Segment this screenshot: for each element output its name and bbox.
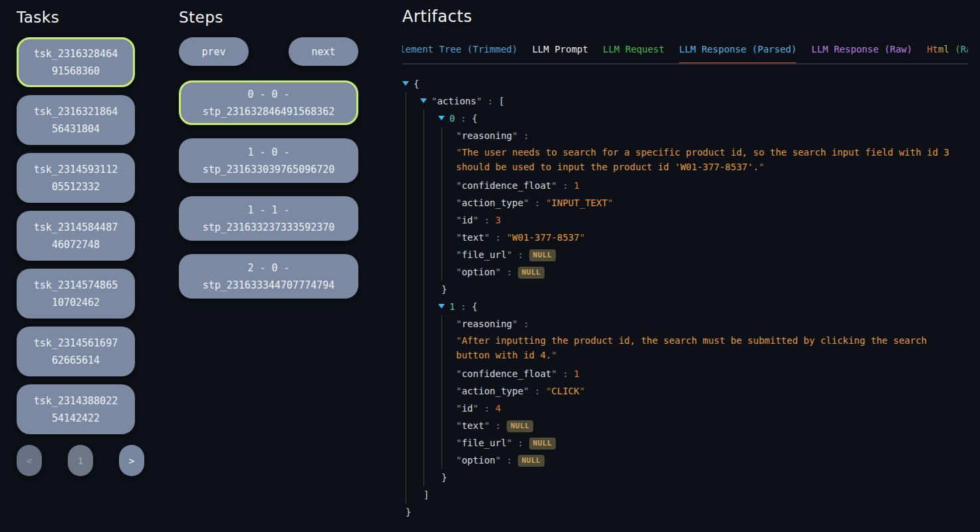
step-list: 0 - 0 - stp_2316328464915683621 - 0 - st…: [179, 80, 358, 299]
token-colon: :: [557, 180, 574, 191]
open-bracket: {: [472, 113, 477, 124]
token-colon: :: [490, 420, 507, 431]
string-block: "After inputting the product id, the sea…: [456, 333, 949, 362]
token-qs: ": [579, 232, 584, 243]
tasks-title: Tasks: [17, 9, 135, 26]
token-colon: :: [479, 403, 495, 414]
null-badge: NULL: [529, 438, 556, 450]
collapse-triangle-icon[interactable]: [438, 116, 445, 120]
next-step-button[interactable]: next: [289, 37, 358, 66]
token-colon: :: [518, 319, 529, 329]
tab-html-raw[interactable]: Html (Raw): [927, 44, 968, 63]
close-bracket: }: [441, 472, 447, 483]
token-q: ": [484, 232, 489, 243]
token-colon: :: [455, 113, 471, 124]
json-key: action_type: [461, 386, 523, 396]
token-colon: :: [557, 368, 574, 379]
steps-title: Steps: [179, 9, 358, 26]
token-q: ": [551, 368, 556, 379]
tree-leaf-row: "file_url" : NULL: [456, 246, 968, 263]
tree-children: "reasoning" : "The user needs to search …: [441, 127, 968, 281]
step-button-1[interactable]: 1 - 0 - stp_231633039765096720: [179, 138, 358, 183]
token-colon: :: [490, 232, 507, 243]
artifacts-panel: Artifacts Element Tree (Trimmed)LLM Prom…: [402, 7, 968, 521]
artifacts-title: Artifacts: [402, 7, 968, 26]
tree-leaf-row: "option" : NULL: [456, 452, 968, 469]
json-key: id: [461, 215, 473, 225]
task-button-5[interactable]: tsk_231456169762665614: [17, 327, 135, 376]
null-badge: NULL: [518, 267, 545, 279]
collapse-triangle-icon[interactable]: [402, 81, 409, 86]
string-value: CLICK: [551, 386, 579, 396]
token-colon: :: [518, 130, 529, 141]
open-bracket: {: [472, 301, 477, 312]
step-button-3[interactable]: 2 - 0 - stp_231633344707774794: [179, 254, 358, 299]
pagination-prev-button[interactable]: <: [17, 445, 42, 476]
null-badge: NULL: [518, 455, 545, 467]
number-value: 1: [574, 368, 579, 379]
tree-leaf-row: "action_type" : "INPUT_TEXT": [456, 194, 968, 211]
task-button-6[interactable]: tsk_231438802254142422: [17, 384, 135, 434]
tree-leaf-row: "option" : NULL: [456, 263, 968, 281]
json-tree-viewer: {"actions" : [0 : {"reasoning" : "The us…: [402, 75, 968, 521]
json-key: actions: [437, 96, 476, 106]
tree-leaf-row: "file_url" : NULL: [456, 434, 968, 452]
task-button-1[interactable]: tsk_231632186456431804: [17, 95, 135, 145]
pagination-next-button[interactable]: >: [119, 445, 144, 476]
string-value: INPUT_TEXT: [551, 198, 607, 208]
tab-llm-prompt[interactable]: LLM Prompt: [532, 44, 588, 63]
tree-leaf-row: "text" : NULL: [456, 417, 968, 434]
null-badge: NULL: [529, 249, 556, 261]
tree-leaf-row: "reasoning" :: [456, 315, 968, 332]
string-block: "The user needs to search for a specific…: [456, 145, 949, 174]
json-key: option: [461, 455, 495, 466]
tree-leaf-row: "confidence_float" : 1: [456, 365, 968, 382]
tab-llm-request[interactable]: LLM Request: [603, 44, 665, 63]
tab-llm-response-parsed[interactable]: LLM Response (Parsed): [679, 44, 796, 63]
open-bracket: [: [499, 96, 504, 106]
close-bracket: }: [441, 284, 447, 295]
task-button-4[interactable]: tsk_231457486510702462: [17, 269, 135, 319]
token-colon: :: [479, 215, 495, 225]
token-q: ": [473, 215, 478, 225]
close-bracket: }: [406, 507, 411, 517]
collapse-triangle-icon[interactable]: [420, 98, 427, 103]
string-value: W01-377-8537: [512, 232, 579, 243]
tree-node-row: {: [402, 75, 968, 92]
tree-node-row: 0 : {: [438, 110, 968, 127]
tree-leaf-row: "id" : 4: [456, 400, 968, 417]
token-q: ": [551, 180, 556, 191]
step-button-2[interactable]: 1 - 1 - stp_231633237333592370: [179, 196, 358, 241]
task-button-3[interactable]: tsk_231458448746072748: [17, 211, 135, 261]
json-key: confidence_float: [461, 368, 551, 379]
token-colon: :: [512, 438, 529, 448]
tree-close-row: ]: [424, 486, 968, 503]
tree-node-row: "actions" : [: [420, 92, 968, 110]
tree-close-row: }: [406, 503, 968, 521]
token-colon: :: [455, 301, 471, 312]
pagination-page-button[interactable]: 1: [68, 445, 93, 476]
token-q: ": [523, 386, 529, 396]
json-key: reasoning: [461, 130, 512, 141]
step-button-0[interactable]: 0 - 0 - stp_231632846491568362: [179, 80, 358, 125]
token-qs: ": [759, 162, 764, 172]
json-key: action_type: [461, 198, 523, 208]
collapse-triangle-icon[interactable]: [438, 304, 445, 309]
close-bracket: ]: [424, 489, 429, 500]
token-colon: :: [529, 198, 546, 208]
json-key: file_url: [461, 438, 506, 448]
prev-step-button[interactable]: prev: [179, 37, 249, 66]
token-colon: :: [512, 249, 529, 260]
artifact-tabs: Element Tree (Trimmed)LLM PromptLLM Requ…: [402, 44, 968, 65]
tree-node-row: 1 : {: [438, 298, 968, 315]
task-button-0[interactable]: tsk_231632846491568360: [17, 37, 135, 87]
task-button-2[interactable]: tsk_231459311205512332: [17, 153, 135, 203]
tab-llm-response-raw[interactable]: LLM Response (Raw): [811, 44, 912, 63]
tree-close-row: }: [441, 281, 968, 298]
tab-element-tree-trimmed[interactable]: Element Tree (Trimmed): [402, 44, 517, 63]
json-key: reasoning: [461, 319, 512, 329]
null-badge: NULL: [507, 420, 534, 432]
open-bracket: {: [414, 78, 419, 89]
token-q: ": [512, 319, 517, 329]
step-nav: prev next: [179, 37, 358, 66]
